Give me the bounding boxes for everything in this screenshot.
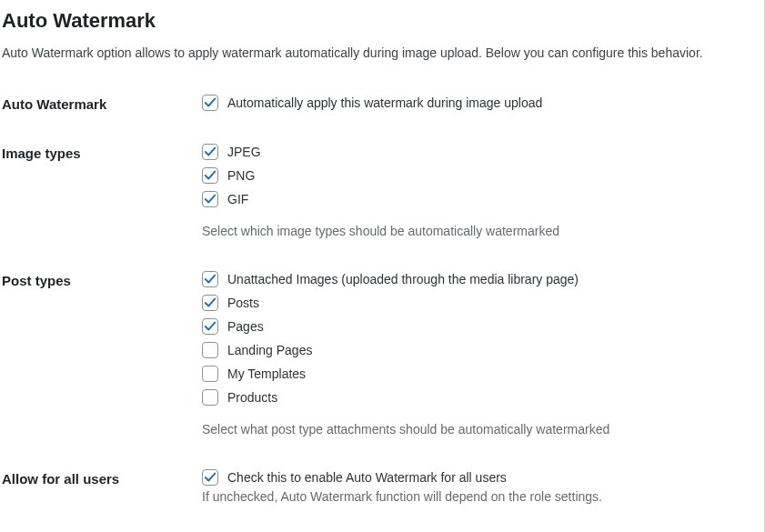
image-type-png-label: PNG [227,168,255,183]
image-type-option[interactable]: GIF [202,191,762,207]
post-type-landing-pages-checkbox[interactable] [202,342,218,358]
check-icon [204,96,216,109]
section-description: Auto Watermark option allows to apply wa… [2,45,762,60]
post-type-pages-label: Pages [227,319,264,334]
post-types-label: Post types [2,264,202,462]
auto-watermark-label: Auto Watermark [2,87,202,136]
post-type-option[interactable]: Unattached Images (uploaded through the … [202,271,762,287]
post-type-my-templates-label: My Templates [227,366,306,381]
post-type-products-label: Products [227,390,277,405]
allow-all-users-helper: If unchecked, Auto Watermark function wi… [202,489,762,504]
section-title: Auto Watermark [2,9,762,33]
post-type-unattached-label: Unattached Images (uploaded through the … [227,272,579,286]
image-type-gif-checkbox[interactable] [202,191,218,207]
image-types-label: Image types [2,136,202,264]
image-type-png-checkbox[interactable] [202,167,218,184]
allow-all-users-label: Allow for all users [2,462,202,529]
auto-watermark-option[interactable]: Automatically apply this watermark durin… [202,95,762,111]
post-type-option[interactable]: Pages [202,318,762,335]
post-type-option[interactable]: Posts [202,295,762,311]
post-types-helper: Select what post type attachments should… [202,422,762,437]
check-icon [204,320,216,333]
check-icon [204,169,216,182]
image-type-jpeg-label: JPEG [227,145,261,159]
auto-watermark-option-label: Automatically apply this watermark durin… [227,95,542,110]
post-type-posts-label: Posts [227,296,259,310]
image-type-jpeg-checkbox[interactable] [202,144,218,160]
post-type-landing-pages-label: Landing Pages [227,343,312,357]
check-icon [204,193,216,206]
check-icon [204,146,216,158]
post-type-unattached-checkbox[interactable] [202,271,218,287]
image-type-option[interactable]: PNG [202,167,762,184]
settings-form-table: Auto Watermark Automatically apply this … [2,87,762,529]
post-type-option[interactable]: My Templates [202,366,762,382]
check-icon [204,471,216,484]
post-type-pages-checkbox[interactable] [202,318,218,335]
check-icon [204,296,216,309]
image-type-gif-label: GIF [227,192,248,206]
check-icon [204,273,216,286]
allow-all-users-checkbox[interactable] [202,469,218,486]
post-type-posts-checkbox[interactable] [202,295,218,311]
post-type-option[interactable]: Landing Pages [202,342,762,358]
allow-all-users-option-label: Check this to enable Auto Watermark for … [227,470,507,485]
post-type-option[interactable]: Products [202,389,762,406]
allow-all-users-option[interactable]: Check this to enable Auto Watermark for … [202,469,762,486]
post-type-products-checkbox[interactable] [202,389,218,406]
auto-watermark-checkbox[interactable] [202,95,218,111]
image-type-option[interactable]: JPEG [202,144,762,160]
image-types-helper: Select which image types should be autom… [202,224,762,238]
post-type-my-templates-checkbox[interactable] [202,366,218,382]
